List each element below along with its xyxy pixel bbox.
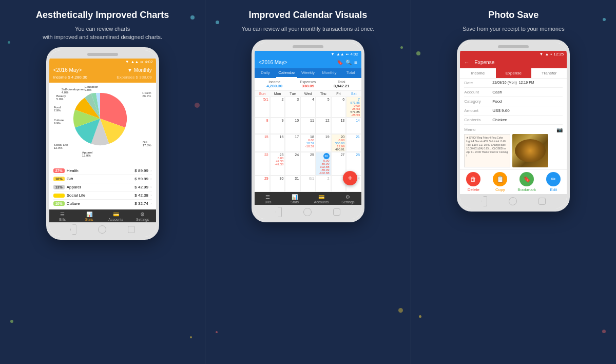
list-item-health[interactable]: 27% Health $ 89.99 › — [53, 167, 152, 175]
cal-cell[interactable]: 9 — [270, 118, 285, 134]
wifi-icon-2: ▲▲ — [336, 52, 344, 56]
cal-cell[interactable]: 16 — [270, 134, 285, 152]
cal-cell[interactable]: 24 — [285, 152, 300, 176]
nav-stats[interactable]: 📊 Stats — [76, 212, 103, 221]
recents-button-2[interactable] — [333, 208, 340, 216]
home-button[interactable] — [98, 225, 106, 234]
list-item-sociallife[interactable]: Social Life $ 42.38 › — [53, 191, 152, 200]
panel-2-subtitle: You can review all your monthly transact… — [242, 25, 375, 33]
cal-cell[interactable]: 2 — [270, 97, 285, 118]
p1-income: Income $ 4,280.30 — [53, 75, 87, 80]
tab-income[interactable]: Income — [460, 68, 495, 78]
delete-button[interactable]: 🗑 Delete — [460, 172, 487, 192]
nav-stats-2[interactable]: 📊 Stats — [281, 194, 308, 204]
cal-cell[interactable]: 11 — [300, 118, 316, 134]
cal-cell-20[interactable]: 20 0.00 500.00 12.99 490.01 — [331, 134, 346, 152]
p2-next[interactable]: > — [284, 60, 287, 65]
cal-income-val: 4,280.30 — [266, 84, 282, 88]
memo-label: Memo — [464, 127, 475, 132]
recents-button-3[interactable] — [538, 198, 546, 205]
phone-2-notch — [255, 43, 361, 51]
cal-cell[interactable]: 21 — [346, 134, 361, 152]
cal-expense-val: 338.09 — [300, 84, 316, 88]
edit-button[interactable]: ✏ Edit — [540, 172, 567, 192]
phone-1-notch — [49, 50, 156, 59]
cal-cell[interactable]: 5 — [316, 97, 331, 118]
cal-cell[interactable]: 8 — [255, 118, 270, 134]
cal-cell[interactable]: 4 — [300, 97, 316, 118]
tab-weekly[interactable]: Weekly — [297, 68, 319, 78]
status-time-1: 4:02 — [145, 60, 153, 64]
cal-cell[interactable]: 30 — [270, 176, 285, 192]
cal-cell[interactable]: 5/1 — [255, 97, 270, 118]
cal-cell[interactable]: 3 — [285, 97, 300, 118]
list-item-apparel[interactable]: 13% Apparel $ 42.99 › — [53, 183, 152, 191]
day-header-fri: Fri — [331, 91, 346, 97]
cal-cell-7[interactable]: 7 571.85 0.00 28.53 571.85 -28.53 — [346, 97, 361, 118]
p1-dropdown[interactable]: ▼ Monthly — [127, 67, 152, 73]
recents-button[interactable] — [128, 226, 135, 233]
tab-total[interactable]: Total — [340, 68, 361, 78]
cal-cell[interactable]: 12 — [316, 118, 331, 134]
cal-cell[interactable]: 2 — [316, 176, 331, 192]
nav-settings[interactable]: ⚙ Settings — [129, 212, 156, 221]
nav-accounts-2[interactable]: 💳 Accounts — [308, 194, 335, 204]
nav-accounts[interactable]: 💳 Accounts — [103, 212, 129, 221]
list-item-culture[interactable]: 10% Culture $ 32.74 › — [53, 200, 152, 207]
panel-photo-save: Photo Save Save from your receipt to you… — [411, 0, 616, 364]
cal-cell[interactable]: 15 — [255, 134, 270, 152]
cal-cell[interactable]: 14 — [346, 118, 361, 134]
cal-cell[interactable]: 22 — [255, 152, 270, 176]
receipt-text: ★ SPICY Reg Fries-4 Reg Coke Light-4 Bis… — [464, 134, 510, 167]
cal-cell[interactable]: 27 — [331, 152, 346, 176]
home-button-2[interactable] — [303, 208, 312, 216]
cal-cell[interactable]: 17 — [285, 134, 300, 152]
camera-icon[interactable]: 📷 — [556, 127, 563, 132]
nav-bills-2[interactable]: ☰ Bills — [255, 194, 281, 204]
panel-1-title: Aesthetically Improved Charts — [36, 9, 169, 21]
bookmark-icon[interactable]: 🔖 — [337, 60, 343, 65]
list-item-gift[interactable]: 18% Gift $ 59.89 › — [53, 175, 152, 183]
fab-add[interactable]: + — [343, 171, 357, 185]
detail-account: Account Cash — [464, 88, 563, 97]
day-header-sun: Sun — [255, 91, 270, 97]
status-time-3: 12:25 — [553, 52, 564, 56]
battery-icon: ▪▪ — [140, 60, 143, 64]
home-button-3[interactable] — [509, 197, 517, 205]
cal-cell[interactable]: 19 — [316, 134, 331, 152]
p1-next[interactable]: > — [79, 67, 82, 73]
detail-date: Date 22/08/16 (Mon) 12:19 PM — [464, 79, 563, 88]
cal-expense-label: Expenses — [300, 80, 316, 84]
nav-bills[interactable]: ☰ Bills — [49, 212, 76, 221]
cal-cell-26[interactable]: 26 0.00 89.99 102.88 -89.99 -102.88 — [316, 152, 331, 176]
cal-cell[interactable]: 13 — [331, 118, 346, 134]
cal-cell[interactable]: 31 — [285, 176, 300, 192]
search-icon[interactable]: 🔍 — [345, 60, 352, 65]
back-button[interactable] — [70, 224, 76, 235]
tab-transfer[interactable]: Transfer — [531, 68, 567, 78]
tab-calendar[interactable]: Calendar — [276, 68, 298, 78]
filter-icon[interactable]: ≡ — [354, 60, 357, 65]
cal-total-label: Total — [334, 80, 350, 84]
back-button-3[interactable] — [481, 196, 487, 206]
battery-icon-2: ▪▪ — [346, 52, 349, 56]
cal-cell[interactable]: 6 — [331, 97, 346, 118]
pie-chart — [72, 90, 128, 147]
cal-cell[interactable]: 18 0.00 18.59 -18.59 — [300, 134, 316, 152]
cal-cell[interactable]: 25 — [300, 152, 316, 176]
copy-button[interactable]: 📋 Copy — [487, 172, 513, 192]
back-button-2[interactable] — [276, 207, 282, 217]
cal-cell[interactable]: 6/1 — [300, 176, 316, 192]
nav-settings-2[interactable]: ⚙ Settings — [335, 194, 361, 204]
tab-expense[interactable]: Expense — [496, 68, 531, 78]
panel-calendar: Improved Calendar Visuals You can review… — [205, 0, 411, 364]
bookmark-button[interactable]: 🔖 Bookmark — [513, 172, 540, 192]
phone-1: ▼ ▲▲ ▪▪ 4:02 < 2016 May > ▼ Monthly Inco… — [46, 47, 159, 240]
detail-contents: Contents Chicken — [464, 116, 563, 125]
cal-cell[interactable]: 10 — [285, 118, 300, 134]
tab-monthly[interactable]: Monthly — [319, 68, 340, 78]
cal-cell[interactable]: 23 0.00 42.38 -42.38 — [270, 152, 285, 176]
cal-cell[interactable]: 29 — [255, 176, 270, 192]
p3-back[interactable]: ← — [464, 60, 469, 65]
tab-daily[interactable]: Daily — [255, 68, 276, 78]
